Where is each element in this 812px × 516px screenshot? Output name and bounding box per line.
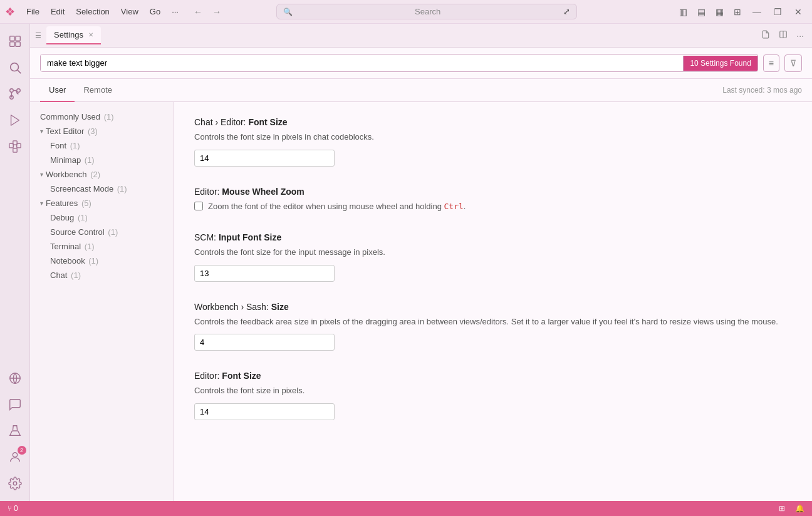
sidebar-item-text-editor[interactable]: ▾ Text Editor (3) bbox=[30, 124, 174, 138]
sidebar-item-commonly-used[interactable]: Commonly Used (1) bbox=[30, 110, 174, 124]
svg-point-7 bbox=[16, 89, 20, 93]
search-icon: 🔍 bbox=[283, 8, 293, 16]
menu-more[interactable]: ··· bbox=[167, 5, 184, 18]
settings-tab[interactable]: Settings ✕ bbox=[46, 26, 101, 44]
settings-search-input[interactable] bbox=[41, 54, 683, 71]
settings-filter-button[interactable]: ⊽ bbox=[784, 54, 802, 72]
close-button[interactable]: ✕ bbox=[789, 4, 807, 19]
setting-title-chat-font-size: Chat › Editor: Font Size bbox=[194, 117, 792, 127]
svg-point-16 bbox=[13, 482, 17, 485]
activity-extensions[interactable] bbox=[3, 134, 28, 159]
notifications-status-item[interactable]: 🔔 bbox=[793, 504, 807, 513]
text-editor-caret: ▾ bbox=[40, 128, 43, 135]
layout-editor-btn[interactable]: ▦ bbox=[712, 4, 727, 19]
setting-workbench-sash-size: Workbench › Sash: Size Controls the feed… bbox=[194, 302, 792, 351]
setting-title-editor-font-size: Editor: Font Size bbox=[194, 371, 792, 381]
setting-title-sash-size: Workbench › Sash: Size bbox=[194, 302, 792, 312]
menu-bar: File Edit Selection View Go ··· bbox=[21, 5, 184, 18]
activity-settings[interactable] bbox=[3, 471, 28, 496]
menu-view[interactable]: View bbox=[116, 5, 143, 18]
chat-font-size-input[interactable] bbox=[194, 150, 335, 167]
menu-file[interactable]: File bbox=[21, 5, 44, 18]
tab-menu-button[interactable]: ☰ bbox=[35, 31, 41, 39]
activity-source-control[interactable] bbox=[3, 81, 28, 106]
sidebar-item-workbench[interactable]: ▾ Workbench (2) bbox=[30, 167, 174, 182]
mouse-wheel-zoom-row: Zoom the font of the editor when using m… bbox=[194, 200, 792, 213]
setting-desc-sash-size: Controls the feedback area size in pixel… bbox=[194, 316, 792, 328]
source-control-count: 0 bbox=[14, 504, 18, 513]
layout-sidebar-btn[interactable]: ▥ bbox=[675, 4, 691, 19]
activity-remote[interactable] bbox=[3, 366, 28, 391]
minimize-button[interactable]: — bbox=[747, 4, 766, 19]
activity-chat[interactable] bbox=[3, 392, 28, 417]
layout-customize-btn[interactable]: ⊞ bbox=[730, 4, 745, 19]
svg-rect-1 bbox=[15, 36, 19, 41]
sidebar-item-terminal[interactable]: Terminal (1) bbox=[30, 239, 174, 254]
activity-account[interactable]: 2 bbox=[3, 445, 28, 470]
settings-search-bar: 10 Settings Found ≡ ⊽ bbox=[30, 48, 812, 79]
status-bar-right: ⊞ 🔔 bbox=[776, 504, 807, 513]
bell-icon: 🔔 bbox=[795, 504, 804, 513]
setting-editor-font-size: Editor: Font Size Controls the font size… bbox=[194, 371, 792, 420]
split-editor-button[interactable] bbox=[776, 28, 791, 43]
activity-explorer[interactable] bbox=[3, 29, 28, 54]
nav-buttons: ← → bbox=[190, 6, 225, 18]
setting-title-scm-font-size: SCM: Input Font Size bbox=[194, 232, 792, 242]
main-area: ☰ Settings ✕ ··· 10 Settings bbox=[30, 24, 812, 501]
nav-back-button[interactable]: ← bbox=[190, 6, 206, 18]
settings-body: Commonly Used (1) ▾ Text Editor (3) Font… bbox=[30, 102, 812, 501]
last-synced-label: Last synced: 3 mos ago bbox=[722, 80, 802, 101]
app-logo: ❖ bbox=[5, 5, 15, 19]
tab-bar: ☰ Settings ✕ ··· bbox=[30, 24, 812, 48]
scm-font-size-input[interactable] bbox=[194, 265, 335, 282]
settings-tab-remote[interactable]: Remote bbox=[75, 79, 121, 102]
extensions-status-icon: ⊞ bbox=[779, 504, 785, 513]
close-tab-button[interactable]: ✕ bbox=[88, 31, 93, 38]
layout-panel-btn[interactable]: ▤ bbox=[694, 4, 709, 19]
sash-size-input[interactable] bbox=[194, 334, 335, 351]
setting-scm-input-font-size: SCM: Input Font Size Controls the font s… bbox=[194, 232, 792, 282]
sidebar-item-screencast-mode[interactable]: Screencast Mode (1) bbox=[30, 182, 174, 196]
sidebar-item-font[interactable]: Font (1) bbox=[30, 138, 174, 153]
extensions-status-item[interactable]: ⊞ bbox=[776, 504, 788, 513]
menu-edit[interactable]: Edit bbox=[46, 5, 70, 18]
svg-line-5 bbox=[18, 70, 21, 73]
activity-testing[interactable] bbox=[3, 418, 28, 443]
sidebar-item-features[interactable]: ▾ Features (5) bbox=[30, 196, 174, 210]
sidebar-item-chat[interactable]: Chat (1) bbox=[30, 268, 174, 282]
sidebar-item-notebook[interactable]: Notebook (1) bbox=[30, 254, 174, 268]
window-controls: ▥ ▤ ▦ ⊞ — ❐ ✕ bbox=[675, 4, 807, 19]
status-bar: ⑂ 0 ⊞ 🔔 bbox=[0, 501, 812, 516]
svg-rect-3 bbox=[15, 42, 19, 46]
account-badge: 2 bbox=[18, 446, 26, 455]
source-control-status[interactable]: ⑂ 0 bbox=[5, 504, 21, 513]
titlebar: ❖ File Edit Selection View Go ··· ← → 🔍 … bbox=[0, 0, 812, 24]
svg-point-6 bbox=[9, 89, 13, 93]
svg-point-15 bbox=[13, 453, 17, 457]
menu-go[interactable]: Go bbox=[145, 5, 165, 18]
status-bar-left: ⑂ 0 bbox=[5, 504, 21, 513]
features-caret: ▾ bbox=[40, 200, 43, 207]
sidebar-item-debug[interactable]: Debug (1) bbox=[30, 210, 174, 225]
sidebar-item-source-control[interactable]: Source Control (1) bbox=[30, 225, 174, 239]
setting-desc-editor-font-size: Controls the font size in pixels. bbox=[194, 384, 792, 397]
global-search[interactable]: 🔍 Search ⤢ bbox=[276, 4, 577, 19]
open-settings-json-button[interactable] bbox=[758, 28, 773, 43]
activity-run[interactable] bbox=[3, 108, 28, 133]
activity-bar: 2 bbox=[0, 24, 30, 501]
editor-font-size-input[interactable] bbox=[194, 403, 335, 420]
menu-selection[interactable]: Selection bbox=[71, 5, 114, 18]
maximize-button[interactable]: ❐ bbox=[769, 4, 787, 19]
setting-desc-scm-font-size: Controls the font size for the input mes… bbox=[194, 246, 792, 259]
more-actions-button[interactable]: ··· bbox=[793, 28, 807, 43]
settings-list-filter-button[interactable]: ≡ bbox=[763, 54, 779, 72]
setting-mouse-wheel-zoom: Editor: Mouse Wheel Zoom Zoom the font o… bbox=[194, 187, 792, 213]
settings-tab-user[interactable]: User bbox=[40, 79, 75, 102]
sidebar-item-minimap[interactable]: Minimap (1) bbox=[30, 153, 174, 167]
activity-search[interactable] bbox=[3, 55, 28, 80]
search-placeholder: Search bbox=[296, 7, 560, 16]
source-control-icon: ⑂ bbox=[8, 504, 12, 513]
settings-sidebar: Commonly Used (1) ▾ Text Editor (3) Font… bbox=[30, 102, 174, 501]
nav-forward-button[interactable]: → bbox=[209, 6, 225, 18]
mouse-wheel-zoom-checkbox[interactable] bbox=[194, 202, 203, 210]
